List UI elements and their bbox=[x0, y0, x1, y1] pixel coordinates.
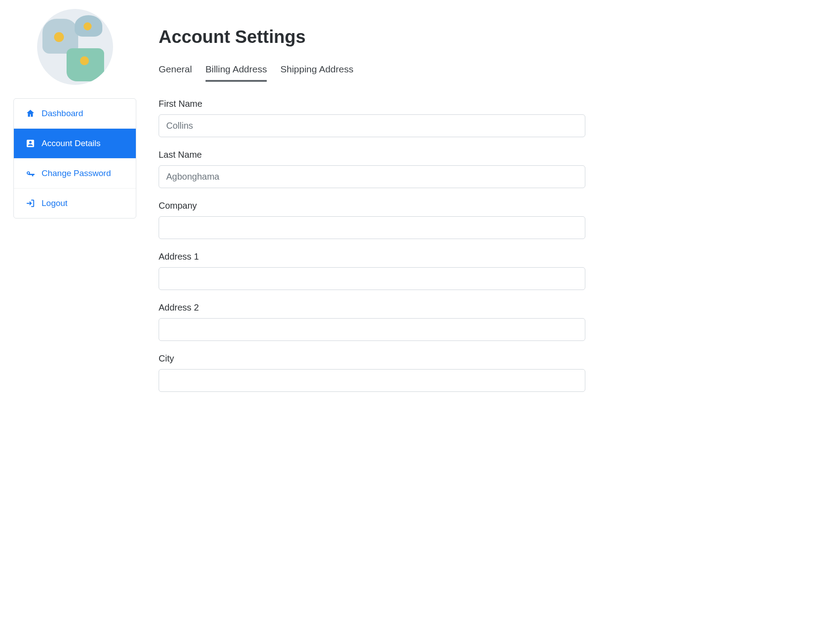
address-1-input[interactable] bbox=[159, 267, 585, 290]
sidebar-item-account-details[interactable]: Account Details bbox=[14, 129, 136, 159]
sidebar-item-label: Dashboard bbox=[42, 109, 83, 118]
tab-billing-address[interactable]: Billing Address bbox=[206, 64, 267, 82]
city-input[interactable] bbox=[159, 369, 585, 392]
form-group-address-1: Address 1 bbox=[159, 252, 585, 290]
sidebar-nav: Dashboard Account Details Change Passwor… bbox=[13, 98, 136, 219]
company-input[interactable] bbox=[159, 216, 585, 239]
avatar-wrap bbox=[13, 9, 136, 85]
sidebar-item-label: Account Details bbox=[42, 139, 101, 148]
last-name-label: Last Name bbox=[159, 150, 585, 160]
sidebar-item-dashboard[interactable]: Dashboard bbox=[14, 99, 136, 129]
last-name-input[interactable] bbox=[159, 165, 585, 188]
company-label: Company bbox=[159, 201, 585, 211]
form-group-last-name: Last Name bbox=[159, 150, 585, 188]
key-icon bbox=[25, 168, 35, 178]
sidebar-item-label: Logout bbox=[42, 198, 67, 208]
form-group-city: City bbox=[159, 353, 585, 392]
sidebar-item-logout[interactable]: Logout bbox=[14, 189, 136, 218]
form-group-company: Company bbox=[159, 201, 585, 239]
first-name-label: First Name bbox=[159, 99, 585, 109]
sidebar: Dashboard Account Details Change Passwor… bbox=[13, 9, 136, 404]
sidebar-item-change-password[interactable]: Change Password bbox=[14, 159, 136, 189]
address-1-label: Address 1 bbox=[159, 252, 585, 262]
logout-icon bbox=[25, 198, 35, 208]
form-group-address-2: Address 2 bbox=[159, 303, 585, 341]
main-content: Account Settings General Billing Address… bbox=[159, 9, 585, 404]
billing-address-form: First Name Last Name Company Address 1 A… bbox=[159, 99, 585, 392]
first-name-input[interactable] bbox=[159, 114, 585, 137]
tab-shipping-address[interactable]: Shipping Address bbox=[280, 64, 353, 82]
address-2-input[interactable] bbox=[159, 318, 585, 341]
avatar bbox=[37, 9, 113, 85]
sidebar-item-label: Change Password bbox=[42, 168, 111, 178]
tabs: General Billing Address Shipping Address bbox=[159, 64, 585, 82]
account-icon bbox=[25, 139, 35, 148]
address-2-label: Address 2 bbox=[159, 303, 585, 313]
tab-general[interactable]: General bbox=[159, 64, 192, 82]
form-group-first-name: First Name bbox=[159, 99, 585, 137]
city-label: City bbox=[159, 353, 585, 364]
page-title: Account Settings bbox=[159, 27, 585, 47]
home-icon bbox=[25, 109, 35, 118]
